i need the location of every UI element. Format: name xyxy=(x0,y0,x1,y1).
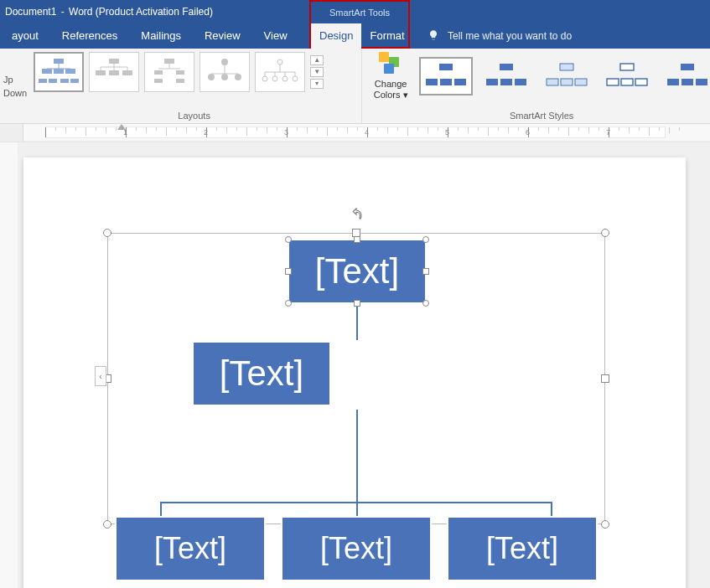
connector xyxy=(551,502,552,517)
ribbon-header: ayout References Mailings Review View He… xyxy=(0,23,710,49)
tab-format[interactable]: Format xyxy=(361,23,412,49)
svg-point-33 xyxy=(272,76,277,81)
ribbon-left-stub: Jp Down xyxy=(0,49,27,123)
contextual-tabs: Design Format xyxy=(309,23,410,49)
layouts-expand[interactable]: ▾ xyxy=(310,79,324,89)
tab-mailings[interactable]: Mailings xyxy=(129,23,193,49)
ruler-number: 6 xyxy=(526,128,530,137)
shape-handle[interactable] xyxy=(422,268,429,275)
svg-rect-21 xyxy=(176,70,184,75)
layouts-scroll-down[interactable]: ▼ xyxy=(310,67,324,77)
ruler-number: 3 xyxy=(284,128,288,137)
connector xyxy=(160,502,162,517)
node-text: [Text] xyxy=(220,353,303,394)
ruler-number: 1 xyxy=(123,128,127,137)
stub-line1: Jp xyxy=(3,73,27,86)
layout-option-4[interactable] xyxy=(200,52,250,92)
group-styles-label: SmartArt Styles xyxy=(369,109,710,123)
stub-line2: Down xyxy=(3,86,27,100)
smartart-node-4[interactable]: [Text] xyxy=(281,516,432,581)
shape-handle[interactable] xyxy=(422,236,429,243)
svg-rect-45 xyxy=(454,79,466,85)
svg-rect-44 xyxy=(440,79,452,85)
resize-handle-bl[interactable] xyxy=(103,520,111,529)
change-colors-l1: Change xyxy=(369,79,412,90)
svg-point-26 xyxy=(208,74,215,80)
page[interactable]: ‹ [Text] [Text] [Text] [Text] [Text] xyxy=(23,157,686,588)
svg-rect-53 xyxy=(575,79,587,85)
chevron-left-icon: ‹ xyxy=(99,372,101,381)
tell-me-search[interactable]: Tell me what you want to do xyxy=(428,23,572,49)
ruler-corner xyxy=(0,124,23,142)
svg-rect-60 xyxy=(681,79,693,85)
group-layouts: ▲ ▼ ▾ Layouts xyxy=(27,49,362,123)
tab-review[interactable]: Review xyxy=(193,23,252,49)
tell-me-label: Tell me what you want to do xyxy=(448,30,572,42)
shape-handle[interactable] xyxy=(354,236,360,243)
document-title: Document1 - Word (Product Activation Fai… xyxy=(0,6,213,18)
shape-handle[interactable] xyxy=(422,300,429,307)
style-option-4[interactable] xyxy=(600,57,654,95)
layouts-scroll-up[interactable]: ▲ xyxy=(310,55,324,65)
svg-point-31 xyxy=(277,59,282,64)
shape-handle[interactable] xyxy=(285,268,292,275)
svg-rect-22 xyxy=(176,79,184,83)
resize-handle-br[interactable] xyxy=(601,520,609,529)
smartart-node-1[interactable]: [Text] xyxy=(288,239,427,304)
change-colors-icon xyxy=(377,52,404,77)
title-bar: Document1 - Word (Product Activation Fai… xyxy=(0,0,710,23)
svg-rect-2 xyxy=(54,69,64,74)
layout-option-2[interactable] xyxy=(89,52,139,92)
svg-point-34 xyxy=(282,76,288,81)
svg-rect-51 xyxy=(547,79,558,85)
tab-design[interactable]: Design xyxy=(311,23,361,49)
change-colors-button[interactable]: Change Colors ▾ xyxy=(369,52,412,101)
style-option-2[interactable] xyxy=(479,57,533,95)
group-styles: Change Colors ▾ SmartArt Styles xyxy=(362,49,710,123)
smartart-object[interactable]: ‹ [Text] [Text] [Text] [Text] [Text] xyxy=(107,233,605,524)
style-option-3[interactable] xyxy=(540,57,593,95)
svg-rect-56 xyxy=(621,79,633,85)
svg-rect-42 xyxy=(439,64,453,70)
contextual-tools-label: SmartArt Tools xyxy=(309,0,410,23)
resize-handle-tl[interactable] xyxy=(103,229,111,237)
smartart-tools-label: SmartArt Tools xyxy=(329,8,390,18)
ruler-number: 7 xyxy=(606,128,610,137)
svg-rect-12 xyxy=(109,70,119,75)
lightbulb-icon xyxy=(428,29,439,44)
resize-handle-mr[interactable] xyxy=(601,374,609,383)
svg-rect-47 xyxy=(486,79,498,85)
svg-rect-11 xyxy=(96,70,106,75)
tab-view[interactable]: View xyxy=(252,23,299,49)
shape-handle[interactable] xyxy=(285,236,292,243)
layout-option-1[interactable] xyxy=(34,52,84,92)
connector xyxy=(356,303,358,340)
svg-rect-10 xyxy=(109,59,119,64)
ribbon-tabs: ayout References Mailings Review View He… xyxy=(0,23,345,49)
horizontal-ruler[interactable]: 1234567 xyxy=(23,124,710,142)
style-option-5[interactable] xyxy=(661,57,710,95)
layout-option-3[interactable] xyxy=(144,52,194,92)
svg-rect-52 xyxy=(561,79,573,85)
svg-rect-50 xyxy=(560,64,573,70)
node-text: [Text] xyxy=(320,531,392,566)
shape-handle[interactable] xyxy=(354,300,360,307)
svg-rect-49 xyxy=(515,79,526,85)
resize-handle-tr[interactable] xyxy=(601,229,609,237)
shape-handle[interactable] xyxy=(285,300,292,307)
svg-rect-43 xyxy=(426,79,438,85)
layout-option-5[interactable] xyxy=(255,52,305,92)
tab-layout[interactable]: ayout xyxy=(0,23,50,49)
tab-references[interactable]: References xyxy=(50,23,129,49)
rotate-handle[interactable] xyxy=(349,208,362,221)
svg-rect-19 xyxy=(154,70,163,75)
svg-point-28 xyxy=(235,74,241,80)
smartart-node-2[interactable]: [Text] xyxy=(192,341,331,406)
node-text: [Text] xyxy=(486,531,558,566)
smartart-node-5[interactable]: [Text] xyxy=(447,516,598,581)
text-pane-toggle[interactable]: ‹ xyxy=(95,366,106,386)
smartart-node-3[interactable]: [Text] xyxy=(115,516,266,581)
style-option-1[interactable] xyxy=(419,57,473,95)
svg-point-32 xyxy=(262,76,267,81)
vertical-ruler[interactable] xyxy=(0,142,18,588)
